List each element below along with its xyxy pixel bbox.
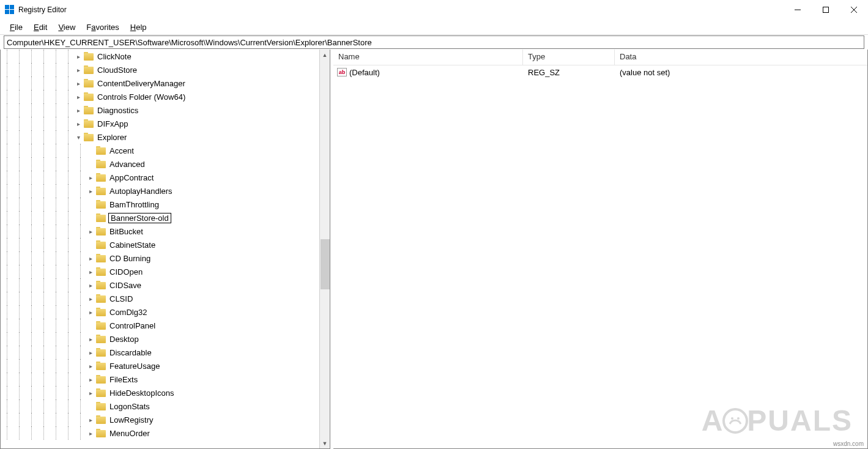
tree-item-label: ClickNote: [96, 52, 133, 61]
folder-icon: [96, 415, 106, 424]
chevron-right-icon[interactable]: ▸: [74, 52, 83, 61]
tree-item[interactable]: LogonStats: [1, 399, 319, 413]
menu-file[interactable]: File: [5, 21, 28, 33]
menu-help[interactable]: Help: [125, 21, 152, 33]
tree-item-label[interactable]: BannerStore-old: [108, 213, 171, 223]
chevron-right-icon[interactable]: ▸: [86, 308, 95, 316]
folder-icon: [96, 254, 106, 262]
tree-item[interactable]: ▸DIFxApp: [1, 117, 319, 130]
scroll-down-arrow[interactable]: ▼: [320, 438, 330, 448]
address-bar[interactable]: [4, 35, 864, 49]
col-data[interactable]: Data: [615, 50, 867, 65]
tree-item[interactable]: ▸LowRegistry: [1, 413, 319, 426]
chevron-right-icon[interactable]: ▸: [86, 429, 95, 437]
menu-edit[interactable]: Edit: [29, 21, 52, 33]
tree-item[interactable]: ▸ComDlg32: [1, 305, 319, 319]
tree-item[interactable]: ▾Explorer: [1, 130, 319, 144]
close-button[interactable]: [840, 0, 868, 20]
tree-item[interactable]: ControlPanel: [1, 319, 319, 332]
tree-item-label: Advanced: [108, 160, 146, 169]
tree-item[interactable]: ▸BitBucket: [1, 224, 319, 238]
folder-icon: [96, 173, 106, 182]
maximize-icon: [823, 7, 829, 13]
tree-item[interactable]: ▸CLSID: [1, 292, 319, 305]
watermark-icon: [721, 407, 749, 435]
list-header: Name Type Data: [333, 50, 867, 65]
maximize-button[interactable]: [812, 0, 840, 20]
window-title: Registry Editor: [18, 6, 67, 14]
expander-placeholder: [86, 146, 95, 155]
chevron-right-icon[interactable]: ▸: [86, 254, 95, 262]
minimize-button[interactable]: [784, 0, 812, 20]
tree-item-label: ControlPanel: [108, 321, 157, 330]
chevron-right-icon[interactable]: ▸: [86, 173, 95, 182]
chevron-right-icon[interactable]: ▸: [74, 79, 83, 87]
tree-item[interactable]: ▸Diagnostics: [1, 103, 319, 117]
chevron-right-icon[interactable]: ▸: [74, 106, 83, 114]
chevron-right-icon[interactable]: ▸: [86, 362, 95, 370]
menu-view[interactable]: View: [53, 21, 80, 33]
chevron-down-icon[interactable]: ▾: [74, 133, 83, 141]
tree-item[interactable]: ▸Controls Folder (Wow64): [1, 90, 319, 103]
tree-item[interactable]: BamThrottling: [1, 198, 319, 211]
col-name[interactable]: Name: [333, 50, 523, 65]
tree-item[interactable]: ▸Desktop: [1, 332, 319, 346]
chevron-right-icon[interactable]: ▸: [86, 187, 95, 195]
tree-item[interactable]: ▸FeatureUsage: [1, 359, 319, 373]
tree-item[interactable]: ▸CIDSave: [1, 278, 319, 292]
tree-item[interactable]: ▸CD Burning: [1, 251, 319, 265]
tree-item[interactable]: Accent: [1, 144, 319, 157]
tree-item-label: ComDlg32: [108, 308, 148, 317]
tree-item[interactable]: ▸HideDesktopIcons: [1, 386, 319, 399]
chevron-right-icon[interactable]: ▸: [86, 294, 95, 303]
chevron-right-icon[interactable]: ▸: [86, 281, 95, 289]
tree-panel: ▸ClickNote▸CloudStore▸ContentDeliveryMan…: [0, 50, 330, 449]
tree-item[interactable]: ▸ClickNote: [1, 50, 319, 63]
tree-content: ▸ClickNote▸CloudStore▸ContentDeliveryMan…: [1, 50, 319, 440]
value-data: (value not set): [615, 68, 867, 77]
folder-icon: [84, 106, 94, 114]
list-row[interactable]: (Default)REG_SZ(value not set): [333, 65, 867, 79]
tree-item[interactable]: ▸Discardable: [1, 346, 319, 359]
chevron-right-icon[interactable]: ▸: [74, 119, 83, 128]
watermark-site: wsxdn.com: [833, 440, 864, 447]
chevron-right-icon[interactable]: ▸: [86, 388, 95, 397]
folder-icon: [84, 52, 94, 61]
tree-scroll[interactable]: ▸ClickNote▸CloudStore▸ContentDeliveryMan…: [1, 50, 319, 448]
tree-item[interactable]: ▸AppContract: [1, 171, 319, 184]
expander-placeholder: [86, 240, 95, 249]
col-type[interactable]: Type: [523, 50, 615, 65]
tree-item-label: AutoplayHandlers: [108, 187, 174, 196]
folder-icon: [96, 227, 106, 236]
tree-item[interactable]: Advanced: [1, 157, 319, 171]
menu-favorites[interactable]: Favorites: [81, 21, 124, 33]
chevron-right-icon[interactable]: ▸: [86, 227, 95, 236]
chevron-right-icon[interactable]: ▸: [86, 267, 95, 276]
chevron-right-icon[interactable]: ▸: [86, 415, 95, 424]
watermark: A PUALS: [702, 404, 853, 437]
tree-item[interactable]: ▸AutoplayHandlers: [1, 184, 319, 198]
chevron-right-icon[interactable]: ▸: [74, 65, 83, 74]
tree-item[interactable]: ▸MenuOrder: [1, 426, 319, 440]
chevron-right-icon[interactable]: ▸: [86, 375, 95, 384]
tree-item[interactable]: CabinetState: [1, 238, 319, 251]
scroll-thumb[interactable]: [321, 239, 330, 289]
tree-item[interactable]: ▸CloudStore: [1, 63, 319, 76]
tree-item-label: CloudStore: [96, 65, 138, 75]
tree-item-label: Desktop: [108, 335, 140, 344]
tree-item[interactable]: ▸CIDOpen: [1, 265, 319, 278]
folder-icon: [96, 388, 106, 397]
chevron-right-icon[interactable]: ▸: [86, 335, 95, 343]
tree-item[interactable]: ▸FileExts: [1, 373, 319, 386]
tree-item-label: FileExts: [108, 375, 139, 384]
chevron-right-icon[interactable]: ▸: [74, 92, 83, 101]
chevron-right-icon[interactable]: ▸: [86, 348, 95, 357]
tree-item[interactable]: ▸ContentDeliveryManager: [1, 76, 319, 90]
tree-item-label: Controls Folder (Wow64): [96, 92, 187, 102]
svg-point-4: [724, 409, 747, 432]
tree-scrollbar[interactable]: ▲ ▼: [319, 50, 330, 448]
tree-item-label: DIFxApp: [96, 119, 130, 128]
tree-item-label: BitBucket: [108, 227, 144, 236]
scroll-up-arrow[interactable]: ▲: [320, 50, 330, 60]
tree-item[interactable]: BannerStore-old: [1, 211, 319, 224]
